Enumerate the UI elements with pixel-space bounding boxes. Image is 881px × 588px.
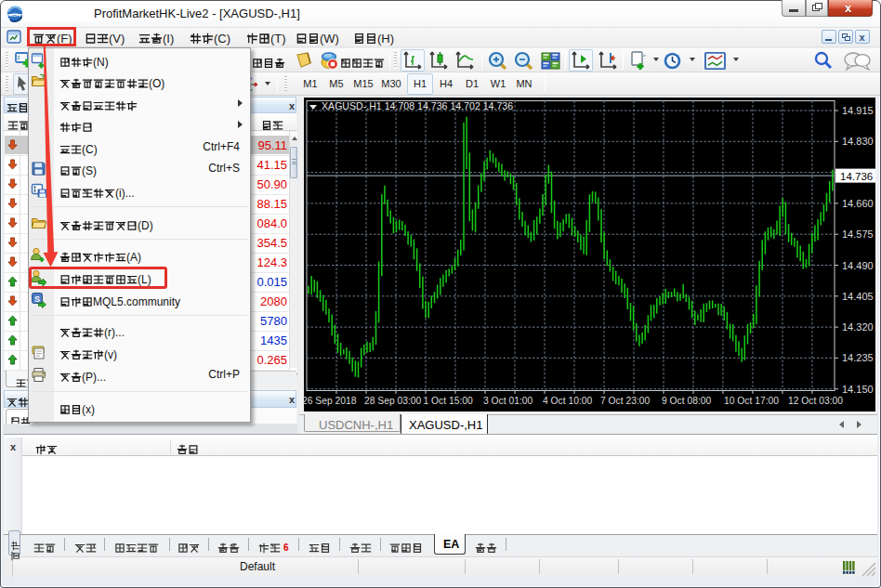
- svg-text:14.660: 14.660: [842, 198, 874, 209]
- svg-text:14.830: 14.830: [842, 136, 874, 147]
- svg-text:14.915: 14.915: [842, 105, 874, 116]
- svg-text:14.235: 14.235: [842, 352, 874, 363]
- svg-text:14.490: 14.490: [842, 260, 874, 271]
- svg-text:7 Oct 23:00: 7 Oct 23:00: [600, 396, 651, 406]
- svg-text:PROFIT: PROFIT: [7, 13, 22, 18]
- svg-text:14.150: 14.150: [842, 384, 874, 395]
- svg-text:12 Oct 03:00: 12 Oct 03:00: [788, 396, 843, 406]
- svg-text:14.736: 14.736: [840, 171, 873, 182]
- svg-text:14.405: 14.405: [842, 291, 874, 302]
- svg-text:10 Oct 17:00: 10 Oct 17:00: [724, 396, 779, 406]
- svg-text:S: S: [34, 294, 40, 304]
- svg-text:1 Oct 15:00: 1 Oct 15:00: [424, 396, 474, 406]
- svg-text:9 Oct 08:00: 9 Oct 08:00: [662, 396, 712, 406]
- svg-text:14.575: 14.575: [842, 229, 874, 240]
- svg-text:26 Sep 2018: 26 Sep 2018: [302, 396, 357, 406]
- svg-text:14.320: 14.320: [842, 321, 874, 333]
- svg-text:3 Oct 01:00: 3 Oct 01:00: [483, 396, 533, 406]
- svg-text:28 Sep 03:00: 28 Sep 03:00: [364, 396, 422, 406]
- svg-text:XAGUSD-,H1 14.708 14.736 14.70: XAGUSD-,H1 14.708 14.736 14.702 14.736: [322, 100, 513, 111]
- svg-text:4 Oct 10:00: 4 Oct 10:00: [543, 396, 593, 406]
